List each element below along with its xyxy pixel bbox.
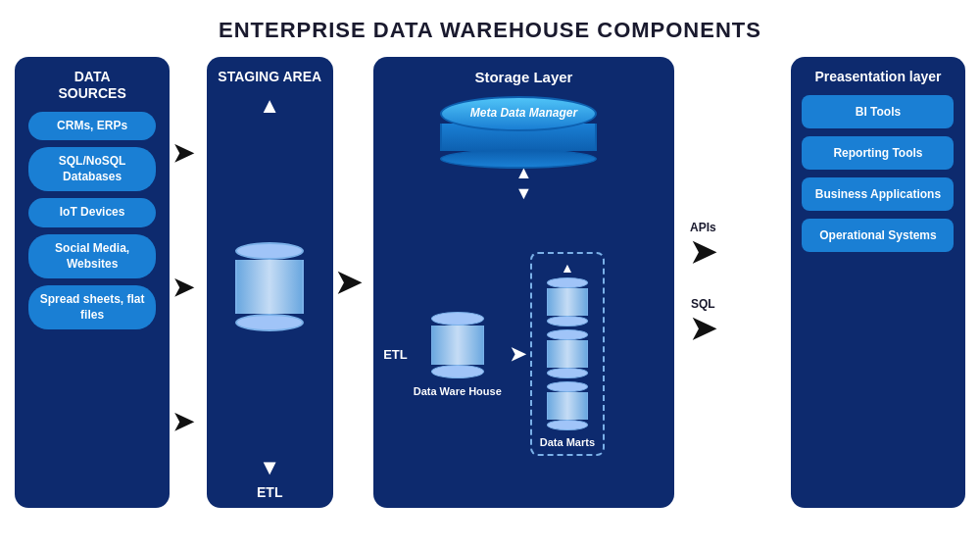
storage-etl-label: ETL <box>383 347 408 362</box>
dw-to-dm-arrow: ➤ <box>510 342 526 366</box>
dm-up-arrow: ▲ <box>561 260 574 276</box>
data-warehouse-label: Data Ware House <box>414 385 502 397</box>
sql-arrow-icon: ➤ <box>690 313 716 344</box>
list-item: Reporting Tools <box>802 136 954 170</box>
db-body <box>431 326 484 365</box>
staging-etl-label: ETL <box>257 484 282 500</box>
sql-label: SQL <box>691 297 715 311</box>
meta-data-label: Meta Data Manager <box>470 106 577 120</box>
db-top <box>547 329 588 340</box>
db-bottom <box>547 316 588 326</box>
list-item: BI Tools <box>802 95 954 128</box>
list-item: CRMs, ERPs <box>28 112 156 141</box>
arrow-icon: ➤ <box>172 140 194 166</box>
db-bottom <box>547 368 588 378</box>
sql-block: SQL ➤ <box>690 297 716 344</box>
arrow-icon: ➤ <box>335 264 362 301</box>
db-body <box>235 260 304 314</box>
apis-block: APIs ➤ <box>690 221 716 268</box>
meta-data-manager: Meta Data Manager <box>440 96 607 155</box>
data-warehouse-section: Data Ware House <box>414 312 502 397</box>
db-bottom <box>431 365 484 378</box>
meta-ellipse-bottom <box>440 149 597 169</box>
list-item: Social Media, Websites <box>28 234 156 278</box>
db-body <box>547 340 588 368</box>
db-body <box>547 288 588 316</box>
list-item: Spread sheets, flat files <box>28 285 156 329</box>
data-sources-header: DATA SOURCES <box>59 69 126 102</box>
db-top <box>235 242 304 260</box>
data-marts-section: ▲ Data Marts <box>530 252 605 456</box>
db-bottom <box>547 420 588 430</box>
meta-vertical-arrows: ▲ ▼ <box>515 163 533 204</box>
db-body <box>547 392 588 420</box>
data-mart-icon-2 <box>547 329 588 378</box>
data-marts-label: Data Marts <box>540 436 595 448</box>
presentation-header: Preasentation layer <box>814 69 941 85</box>
arrow-icon: ➤ <box>172 409 194 434</box>
list-item: Operational Systems <box>802 219 954 252</box>
apis-label: APIs <box>690 221 716 234</box>
list-item: Business Applications <box>802 177 954 211</box>
data-mart-icon-3 <box>547 381 588 430</box>
list-item: SQL/NoSQL Databases <box>28 147 156 191</box>
diagram: DATA SOURCES CRMs, ERPs SQL/NoSQL Databa… <box>15 57 965 508</box>
staging-content: ▲ ▼ ETL <box>215 95 325 500</box>
up-arrow-icon: ▲ <box>259 95 280 117</box>
storage-inner: ETL Data Ware House ➤ ▲ <box>383 208 664 500</box>
db-top <box>547 381 588 392</box>
db-top <box>431 312 484 326</box>
down-arrow-icon: ▼ <box>259 457 280 478</box>
staging-database-icon <box>235 242 304 331</box>
staging-column: Staging Area ▲ ▼ ETL <box>207 57 333 508</box>
staging-to-storage-arrow: ➤ <box>333 264 365 301</box>
list-item: IoT Devices <box>28 198 156 227</box>
db-bottom <box>235 314 304 331</box>
apis-arrow-icon: ➤ <box>690 236 716 268</box>
source-to-staging-arrows: ➤ ➤ ➤ <box>170 57 197 508</box>
data-mart-icon-1 <box>547 277 588 326</box>
db-top <box>547 277 588 288</box>
apis-sql-section: APIs ➤ SQL ➤ <box>674 221 732 344</box>
storage-column: Storage Layer Meta Data Manager ▲ ▼ ETL <box>373 57 674 508</box>
presentation-column: Preasentation layer BI Tools Reporting T… <box>791 57 965 508</box>
arrow-icon: ➤ <box>172 275 194 300</box>
staging-header: Staging Area <box>218 69 321 85</box>
data-warehouse-icon <box>431 312 484 378</box>
down-arrow-icon: ▼ <box>515 183 533 204</box>
data-sources-column: DATA SOURCES CRMs, ERPs SQL/NoSQL Databa… <box>15 57 170 508</box>
page-title: ENTERPRISE DATA WAREHOUSE COMPONENTS <box>219 18 761 43</box>
storage-header: Storage Layer <box>474 69 572 86</box>
